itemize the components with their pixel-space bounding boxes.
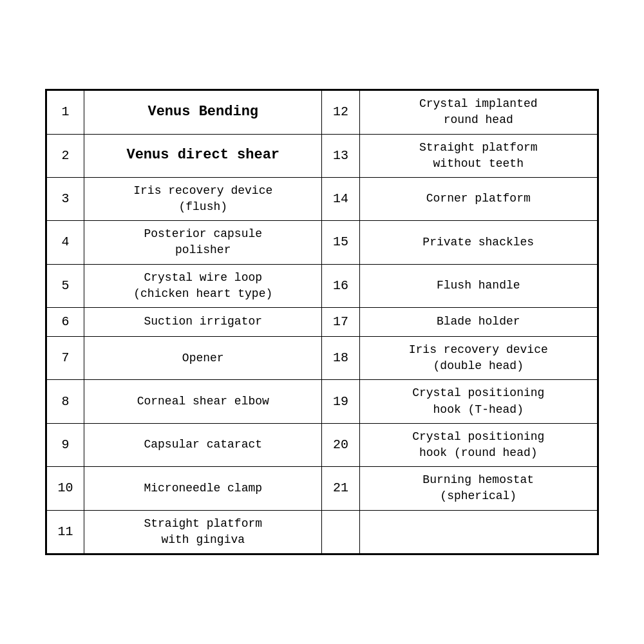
left-number-cell: 3 <box>47 177 84 220</box>
left-label-cell: Suction irrigator <box>84 308 322 337</box>
left-label-cell: Opener <box>84 337 322 380</box>
left-number-cell: 7 <box>47 337 84 380</box>
table-row: 2Venus direct shear13Straight platformwi… <box>47 134 598 177</box>
left-number-cell: 6 <box>47 308 84 337</box>
right-number-cell: 16 <box>322 264 359 307</box>
table-row: 8Corneal shear elbow19Crystal positionin… <box>47 380 598 423</box>
table-row: 11Straight platformwith gingiva <box>47 510 598 553</box>
table-row: 9Capsular cataract20Crystal positioningh… <box>47 423 598 466</box>
right-label-cell: Crystal positioninghook (T-head) <box>359 380 597 423</box>
right-label-cell: Burning hemostat(spherical) <box>359 467 597 510</box>
left-label-cell: Capsular cataract <box>84 423 322 466</box>
right-label-cell: Corner platform <box>359 177 597 220</box>
right-number-cell: 18 <box>322 337 359 380</box>
left-label-cell: Venus direct shear <box>84 134 322 177</box>
right-label-cell: Flush handle <box>359 264 597 307</box>
left-label-cell: Posterior capsulepolisher <box>84 221 322 264</box>
left-number-cell: 1 <box>47 91 84 134</box>
left-label-cell: Crystal wire loop(chicken heart type) <box>84 264 322 307</box>
right-number-cell: 17 <box>322 308 359 337</box>
left-number-cell: 8 <box>47 380 84 423</box>
right-number-cell: 19 <box>322 380 359 423</box>
table-row: 5Crystal wire loop(chicken heart type)16… <box>47 264 598 307</box>
right-number-cell: 15 <box>322 221 359 264</box>
table-row: 1Venus Bending12Crystal implantedround h… <box>47 91 598 134</box>
table-row: 6Suction irrigator17Blade holder <box>47 308 598 337</box>
right-label-cell <box>359 510 597 553</box>
right-number-cell: 21 <box>322 467 359 510</box>
left-label-cell: Venus Bending <box>84 91 322 134</box>
right-label-cell: Iris recovery device(double head) <box>359 337 597 380</box>
table-row: 4Posterior capsulepolisher15Private shac… <box>47 221 598 264</box>
left-number-cell: 9 <box>47 423 84 466</box>
right-number-cell: 14 <box>322 177 359 220</box>
right-number-cell <box>322 510 359 553</box>
right-label-cell: Crystal implantedround head <box>359 91 597 134</box>
table-row: 7Opener18Iris recovery device(double hea… <box>47 337 598 380</box>
left-label-cell: Microneedle clamp <box>84 467 322 510</box>
left-number-cell: 10 <box>47 467 84 510</box>
left-number-cell: 11 <box>47 510 84 553</box>
right-label-cell: Private shackles <box>359 221 597 264</box>
left-label-cell: Straight platformwith gingiva <box>84 510 322 553</box>
left-number-cell: 2 <box>47 134 84 177</box>
right-number-cell: 13 <box>322 134 359 177</box>
left-number-cell: 4 <box>47 221 84 264</box>
right-label-cell: Straight platformwithout teeth <box>359 134 597 177</box>
left-label-cell: Iris recovery device(flush) <box>84 177 322 220</box>
table-row: 3Iris recovery device(flush)14Corner pla… <box>47 177 598 220</box>
table-row: 10Microneedle clamp21Burning hemostat(sp… <box>47 467 598 510</box>
right-number-cell: 20 <box>322 423 359 466</box>
right-label-cell: Blade holder <box>359 308 597 337</box>
right-number-cell: 12 <box>322 91 359 134</box>
main-table-container: 1Venus Bending12Crystal implantedround h… <box>45 89 599 555</box>
items-table: 1Venus Bending12Crystal implantedround h… <box>46 90 598 554</box>
left-label-cell: Corneal shear elbow <box>84 380 322 423</box>
left-number-cell: 5 <box>47 264 84 307</box>
right-label-cell: Crystal positioninghook (round head) <box>359 423 597 466</box>
